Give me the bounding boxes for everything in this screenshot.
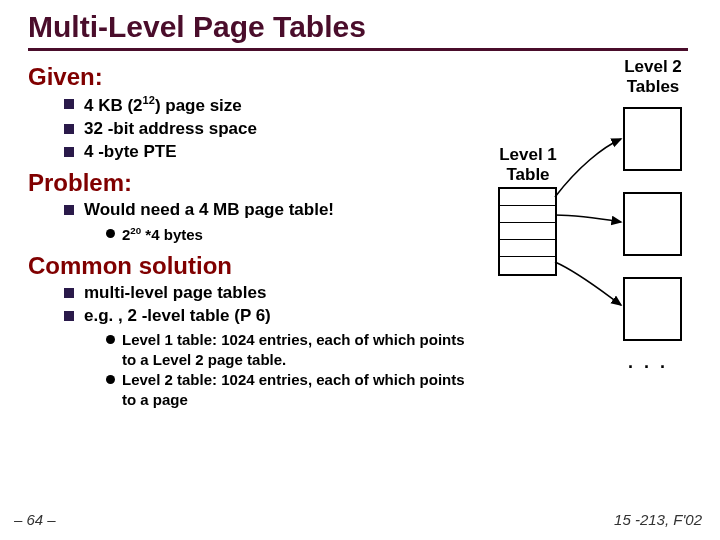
footer-course-tag: 15 -213, F'02 — [614, 511, 702, 528]
list-item: Level 1 table: 1024 entries, each of whi… — [106, 330, 468, 371]
sup: 12 — [143, 94, 155, 106]
txt: Level 2 — [613, 57, 693, 77]
txt: multi-level page tables — [84, 283, 266, 302]
list-item: Would need a 4 MB page table! 220 *4 byt… — [64, 199, 468, 245]
given-heading: Given: — [28, 63, 468, 91]
txt: e.g. , 2 -level table (P 6) — [84, 306, 271, 325]
level1-table-box — [498, 187, 557, 276]
solution-heading: Common solution — [28, 252, 468, 280]
problem-heading: Problem: — [28, 169, 468, 197]
level1-label: Level 1 Table — [493, 145, 563, 185]
txt: 4 KB (2 — [84, 96, 143, 115]
txt: *4 bytes — [141, 226, 203, 243]
level2-table-box — [623, 107, 682, 171]
txt: Level 2 table: 1024 entries, each of whi… — [122, 371, 465, 408]
given-list: 4 KB (212) page size 32 -bit address spa… — [28, 93, 468, 163]
sup: 20 — [130, 225, 141, 236]
txt: 4 -byte PTE — [84, 142, 177, 161]
footer-page-number: – 64 – — [14, 511, 56, 528]
solution-list: multi-level page tables e.g. , 2 -level … — [28, 282, 468, 411]
diagram: Level 2 Tables Level 1 Table — [468, 57, 700, 415]
txt: Level 1 — [493, 145, 563, 165]
level2-table-box — [623, 192, 682, 256]
list-item: 4 KB (212) page size — [64, 93, 468, 118]
txt: Table — [493, 165, 563, 185]
level2-label: Level 2 Tables — [613, 57, 693, 97]
list-item: e.g. , 2 -level table (P 6) Level 1 tabl… — [64, 305, 468, 411]
problem-list: Would need a 4 MB page table! 220 *4 byt… — [28, 199, 468, 245]
list-item: multi-level page tables — [64, 282, 468, 305]
txt: ) page size — [155, 96, 242, 115]
list-item: 4 -byte PTE — [64, 141, 468, 164]
list-item: 220 *4 bytes — [106, 224, 468, 245]
level2-table-box — [623, 277, 682, 341]
list-item: Level 2 table: 1024 entries, each of whi… — [106, 370, 468, 411]
txt: Level 1 table: 1024 entries, each of whi… — [122, 331, 465, 368]
txt: 32 -bit address space — [84, 119, 257, 138]
ellipsis: . . . — [628, 352, 668, 373]
slide-title: Multi-Level Page Tables — [28, 10, 688, 51]
list-item: 32 -bit address space — [64, 118, 468, 141]
txt: Tables — [613, 77, 693, 97]
txt: Would need a 4 MB page table! — [84, 200, 334, 219]
